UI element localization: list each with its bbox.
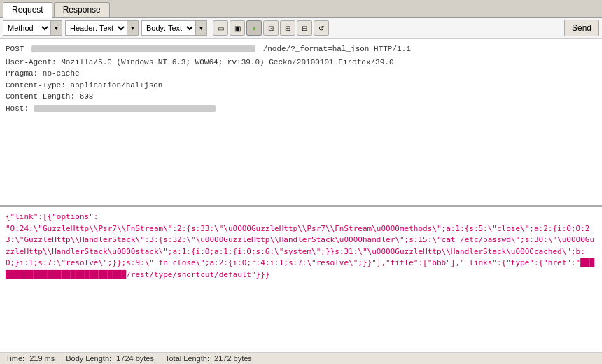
- body-dropdown[interactable]: Body: Text: [142, 21, 195, 35]
- header-pragma: Pragma: no-cache: [6, 68, 596, 80]
- refresh-icon: ↺: [318, 24, 324, 32]
- tab-response-label: Response: [63, 5, 101, 15]
- time-label: Time: 219 ms: [6, 354, 55, 363]
- option4-icon: ⊡: [268, 24, 274, 32]
- tab-request-label: Request: [12, 5, 43, 15]
- response-json: {"link":[{"options": "O:24:\"GuzzleHttp\…: [6, 211, 596, 281]
- status-bar: Time: 219 ms Body Length: 1724 bytes Tot…: [0, 352, 602, 364]
- send-button[interactable]: Send: [564, 20, 599, 36]
- request-pane: POST /node/?_format=hal_json HTTP/1.1 Us…: [0, 39, 602, 207]
- raw-icon: ▭: [218, 24, 224, 32]
- header-host: Host:: [6, 103, 596, 115]
- method-dropdown[interactable]: Method GET POST PUT DELETE: [4, 21, 50, 35]
- header-select[interactable]: Header: Text ▼: [65, 20, 139, 36]
- http-protocol: /node/?_format=hal_json HTTP/1.1: [263, 45, 411, 53]
- header-dropdown[interactable]: Header: Text: [66, 21, 127, 35]
- tabs-bar: Request Response: [0, 0, 602, 18]
- option5-icon: ⊞: [285, 24, 290, 32]
- header-content-type: Content-Type: application/hal+json: [6, 80, 596, 92]
- main-area: POST /node/?_format=hal_json HTTP/1.1 Us…: [0, 39, 602, 352]
- circle-icon: ●: [252, 24, 256, 32]
- icon-btn-5[interactable]: ⊞: [280, 20, 295, 36]
- icon-btn-1[interactable]: ▭: [213, 20, 228, 36]
- icon-btn-4[interactable]: ⊡: [263, 20, 279, 36]
- icon-btn-2[interactable]: ▣: [230, 20, 245, 36]
- response-pane[interactable]: {"link":[{"options": "O:24:\"GuzzleHttp\…: [0, 207, 602, 352]
- icon-btn-6[interactable]: ⊟: [297, 20, 312, 36]
- toolbar-icons: ▭ ▣ ● ⊡ ⊞ ⊟ ↺: [213, 20, 329, 36]
- icon-btn-7[interactable]: ↺: [314, 20, 329, 36]
- body-select[interactable]: Body: Text ▼: [141, 20, 207, 36]
- tab-request[interactable]: Request: [3, 2, 52, 18]
- host-redacted: [34, 105, 216, 112]
- body-dropdown-arrow: ▼: [195, 21, 206, 35]
- option6-icon: ⊟: [302, 24, 307, 32]
- toolbar: Method GET POST PUT DELETE ▼ Header: Tex…: [0, 18, 602, 39]
- tab-response[interactable]: Response: [54, 2, 110, 17]
- method-select[interactable]: Method GET POST PUT DELETE ▼: [3, 20, 62, 36]
- header-content-length: Content-Length: 608: [6, 91, 596, 103]
- request-line: POST /node/?_format=hal_json HTTP/1.1: [6, 43, 596, 55]
- body-length-label: Body Length: 1724 bytes: [66, 354, 154, 363]
- header-user-agent: User-Agent: Mozilla/5.0 (Windows NT 6.3;…: [6, 57, 596, 69]
- header-dropdown-arrow: ▼: [127, 21, 138, 35]
- http-method: POST: [6, 45, 24, 53]
- icon-btn-3[interactable]: ●: [246, 20, 262, 36]
- pretty-icon: ▣: [234, 24, 241, 32]
- total-length-label: Total Length: 2172 bytes: [165, 354, 252, 363]
- method-dropdown-arrow: ▼: [50, 21, 62, 35]
- url-redacted: [31, 46, 255, 52]
